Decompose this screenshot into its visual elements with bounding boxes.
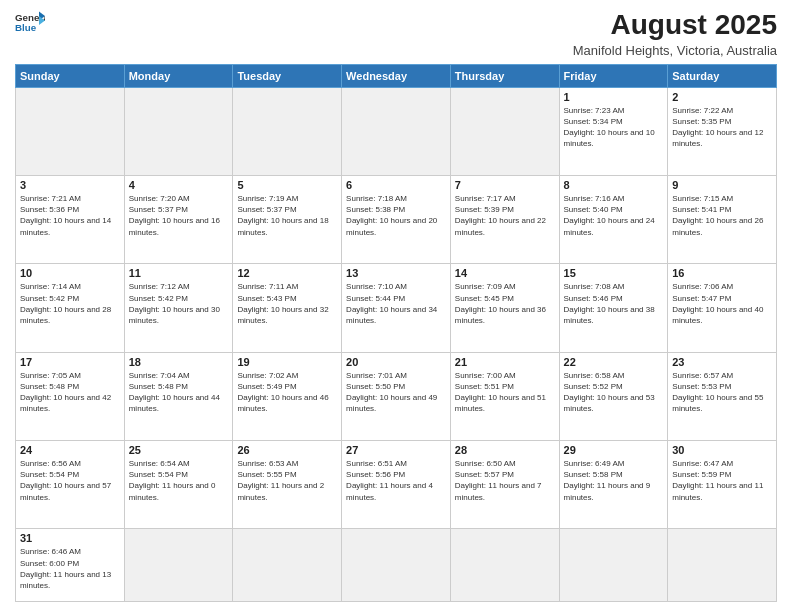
calendar-cell: 27Sunrise: 6:51 AM Sunset: 5:56 PM Dayli… <box>342 441 451 529</box>
calendar-cell: 14Sunrise: 7:09 AM Sunset: 5:45 PM Dayli… <box>450 264 559 352</box>
day-number: 11 <box>129 267 229 279</box>
calendar-cell: 17Sunrise: 7:05 AM Sunset: 5:48 PM Dayli… <box>16 352 125 440</box>
calendar-cell: 25Sunrise: 6:54 AM Sunset: 5:54 PM Dayli… <box>124 441 233 529</box>
day-number: 16 <box>672 267 772 279</box>
day-number: 7 <box>455 179 555 191</box>
calendar-header-monday: Monday <box>124 64 233 87</box>
calendar-cell: 13Sunrise: 7:10 AM Sunset: 5:44 PM Dayli… <box>342 264 451 352</box>
day-info: Sunrise: 7:11 AM Sunset: 5:43 PM Dayligh… <box>237 281 337 326</box>
day-info: Sunrise: 6:51 AM Sunset: 5:56 PM Dayligh… <box>346 458 446 503</box>
calendar-cell: 6Sunrise: 7:18 AM Sunset: 5:38 PM Daylig… <box>342 176 451 264</box>
generalblue-icon: General Blue <box>15 10 45 34</box>
day-number: 26 <box>237 444 337 456</box>
calendar-cell: 31Sunrise: 6:46 AM Sunset: 6:00 PM Dayli… <box>16 529 125 602</box>
day-info: Sunrise: 7:00 AM Sunset: 5:51 PM Dayligh… <box>455 370 555 415</box>
calendar-cell: 8Sunrise: 7:16 AM Sunset: 5:40 PM Daylig… <box>559 176 668 264</box>
day-number: 2 <box>672 91 772 103</box>
day-info: Sunrise: 7:22 AM Sunset: 5:35 PM Dayligh… <box>672 105 772 150</box>
day-info: Sunrise: 7:09 AM Sunset: 5:45 PM Dayligh… <box>455 281 555 326</box>
calendar-cell: 30Sunrise: 6:47 AM Sunset: 5:59 PM Dayli… <box>668 441 777 529</box>
day-info: Sunrise: 6:50 AM Sunset: 5:57 PM Dayligh… <box>455 458 555 503</box>
calendar-cell: 29Sunrise: 6:49 AM Sunset: 5:58 PM Dayli… <box>559 441 668 529</box>
day-info: Sunrise: 7:05 AM Sunset: 5:48 PM Dayligh… <box>20 370 120 415</box>
calendar-cell: 23Sunrise: 6:57 AM Sunset: 5:53 PM Dayli… <box>668 352 777 440</box>
calendar-cell <box>124 87 233 175</box>
day-number: 1 <box>564 91 664 103</box>
day-number: 25 <box>129 444 229 456</box>
calendar-cell <box>16 87 125 175</box>
calendar-week-row: 24Sunrise: 6:56 AM Sunset: 5:54 PM Dayli… <box>16 441 777 529</box>
calendar-cell <box>559 529 668 602</box>
day-info: Sunrise: 7:02 AM Sunset: 5:49 PM Dayligh… <box>237 370 337 415</box>
day-number: 28 <box>455 444 555 456</box>
day-info: Sunrise: 7:12 AM Sunset: 5:42 PM Dayligh… <box>129 281 229 326</box>
svg-text:Blue: Blue <box>15 22 37 33</box>
calendar-cell: 10Sunrise: 7:14 AM Sunset: 5:42 PM Dayli… <box>16 264 125 352</box>
day-number: 21 <box>455 356 555 368</box>
day-number: 19 <box>237 356 337 368</box>
day-info: Sunrise: 7:01 AM Sunset: 5:50 PM Dayligh… <box>346 370 446 415</box>
calendar-cell: 21Sunrise: 7:00 AM Sunset: 5:51 PM Dayli… <box>450 352 559 440</box>
page: General Blue August 2025 Manifold Height… <box>0 0 792 612</box>
day-info: Sunrise: 7:10 AM Sunset: 5:44 PM Dayligh… <box>346 281 446 326</box>
calendar-cell: 26Sunrise: 6:53 AM Sunset: 5:55 PM Dayli… <box>233 441 342 529</box>
calendar-cell <box>233 87 342 175</box>
day-number: 5 <box>237 179 337 191</box>
header: General Blue August 2025 Manifold Height… <box>15 10 777 58</box>
day-number: 24 <box>20 444 120 456</box>
calendar-header-row: SundayMondayTuesdayWednesdayThursdayFrid… <box>16 64 777 87</box>
calendar-week-row: 31Sunrise: 6:46 AM Sunset: 6:00 PM Dayli… <box>16 529 777 602</box>
calendar-week-row: 17Sunrise: 7:05 AM Sunset: 5:48 PM Dayli… <box>16 352 777 440</box>
page-subtitle: Manifold Heights, Victoria, Australia <box>573 43 777 58</box>
calendar-cell: 11Sunrise: 7:12 AM Sunset: 5:42 PM Dayli… <box>124 264 233 352</box>
day-number: 15 <box>564 267 664 279</box>
calendar-header-sunday: Sunday <box>16 64 125 87</box>
calendar-week-row: 10Sunrise: 7:14 AM Sunset: 5:42 PM Dayli… <box>16 264 777 352</box>
day-info: Sunrise: 7:21 AM Sunset: 5:36 PM Dayligh… <box>20 193 120 238</box>
day-info: Sunrise: 7:23 AM Sunset: 5:34 PM Dayligh… <box>564 105 664 150</box>
day-number: 18 <box>129 356 229 368</box>
day-number: 14 <box>455 267 555 279</box>
calendar-cell: 16Sunrise: 7:06 AM Sunset: 5:47 PM Dayli… <box>668 264 777 352</box>
calendar-cell <box>450 529 559 602</box>
calendar-table: SundayMondayTuesdayWednesdayThursdayFrid… <box>15 64 777 602</box>
calendar-cell <box>668 529 777 602</box>
calendar-cell: 7Sunrise: 7:17 AM Sunset: 5:39 PM Daylig… <box>450 176 559 264</box>
calendar-header-wednesday: Wednesday <box>342 64 451 87</box>
calendar-cell: 24Sunrise: 6:56 AM Sunset: 5:54 PM Dayli… <box>16 441 125 529</box>
page-title: August 2025 <box>573 10 777 41</box>
day-info: Sunrise: 6:47 AM Sunset: 5:59 PM Dayligh… <box>672 458 772 503</box>
day-number: 27 <box>346 444 446 456</box>
day-info: Sunrise: 7:18 AM Sunset: 5:38 PM Dayligh… <box>346 193 446 238</box>
day-info: Sunrise: 7:06 AM Sunset: 5:47 PM Dayligh… <box>672 281 772 326</box>
day-number: 13 <box>346 267 446 279</box>
day-number: 20 <box>346 356 446 368</box>
day-info: Sunrise: 6:57 AM Sunset: 5:53 PM Dayligh… <box>672 370 772 415</box>
day-number: 30 <box>672 444 772 456</box>
title-block: August 2025 Manifold Heights, Victoria, … <box>573 10 777 58</box>
day-info: Sunrise: 7:16 AM Sunset: 5:40 PM Dayligh… <box>564 193 664 238</box>
day-number: 6 <box>346 179 446 191</box>
calendar-cell: 2Sunrise: 7:22 AM Sunset: 5:35 PM Daylig… <box>668 87 777 175</box>
day-number: 8 <box>564 179 664 191</box>
calendar-header-saturday: Saturday <box>668 64 777 87</box>
day-info: Sunrise: 6:46 AM Sunset: 6:00 PM Dayligh… <box>20 546 120 591</box>
day-info: Sunrise: 7:04 AM Sunset: 5:48 PM Dayligh… <box>129 370 229 415</box>
day-number: 12 <box>237 267 337 279</box>
day-info: Sunrise: 6:54 AM Sunset: 5:54 PM Dayligh… <box>129 458 229 503</box>
calendar-cell: 4Sunrise: 7:20 AM Sunset: 5:37 PM Daylig… <box>124 176 233 264</box>
calendar-header-friday: Friday <box>559 64 668 87</box>
calendar-cell: 22Sunrise: 6:58 AM Sunset: 5:52 PM Dayli… <box>559 352 668 440</box>
day-number: 29 <box>564 444 664 456</box>
day-number: 10 <box>20 267 120 279</box>
day-info: Sunrise: 6:56 AM Sunset: 5:54 PM Dayligh… <box>20 458 120 503</box>
day-number: 22 <box>564 356 664 368</box>
calendar-week-row: 1Sunrise: 7:23 AM Sunset: 5:34 PM Daylig… <box>16 87 777 175</box>
day-number: 3 <box>20 179 120 191</box>
calendar-cell <box>124 529 233 602</box>
calendar-cell <box>342 87 451 175</box>
day-number: 4 <box>129 179 229 191</box>
day-info: Sunrise: 7:14 AM Sunset: 5:42 PM Dayligh… <box>20 281 120 326</box>
calendar-cell: 5Sunrise: 7:19 AM Sunset: 5:37 PM Daylig… <box>233 176 342 264</box>
calendar-cell: 12Sunrise: 7:11 AM Sunset: 5:43 PM Dayli… <box>233 264 342 352</box>
